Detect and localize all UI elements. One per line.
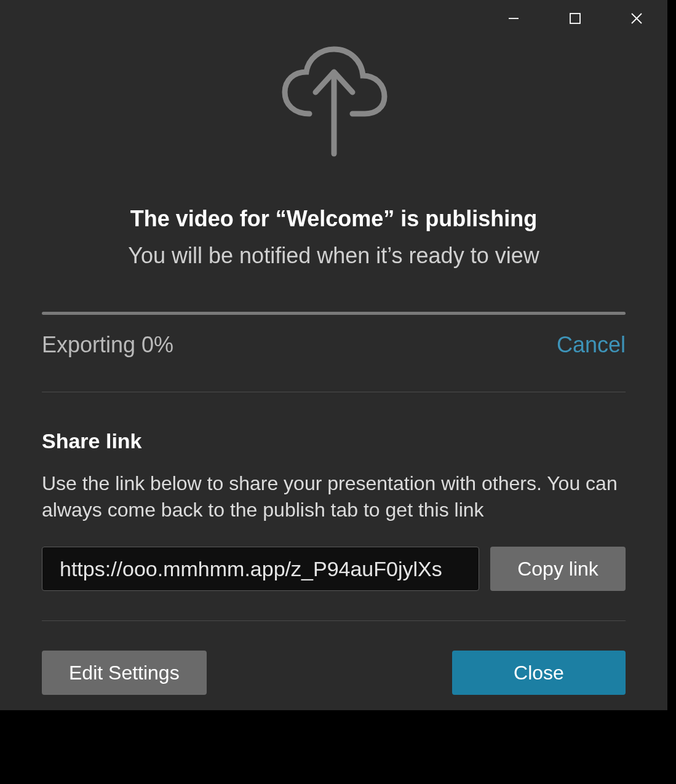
close-window-button[interactable]	[606, 0, 667, 37]
cloud-upload-icon-wrapper	[272, 46, 396, 157]
footer-buttons: Edit Settings Close	[42, 651, 626, 695]
minimize-button[interactable]	[483, 0, 544, 37]
progress-label: Exporting 0%	[42, 332, 173, 358]
minimize-icon	[507, 12, 520, 25]
share-description: Use the link below to share your present…	[42, 470, 626, 523]
maximize-button[interactable]	[544, 0, 606, 37]
copy-link-button[interactable]: Copy link	[490, 547, 626, 591]
progress-row: Exporting 0% Cancel	[42, 332, 626, 358]
share-link-row: Copy link	[42, 547, 626, 591]
progress-bar	[42, 312, 626, 315]
window-bottom-edge	[0, 710, 676, 784]
svg-rect-1	[570, 14, 580, 23]
close-icon	[630, 12, 643, 25]
window-controls	[483, 0, 667, 37]
dialog-content: The video for “Welcome” is publishing Yo…	[0, 0, 667, 695]
share-link-input[interactable]	[42, 547, 479, 591]
cancel-link[interactable]: Cancel	[557, 332, 626, 358]
share-heading: Share link	[42, 429, 626, 453]
maximize-icon	[569, 12, 581, 25]
edit-settings-button[interactable]: Edit Settings	[42, 651, 207, 695]
section-divider	[42, 392, 626, 392]
cloud-upload-icon	[272, 46, 396, 157]
window-right-edge	[667, 0, 676, 784]
dialog-title: The video for “Welcome” is publishing	[130, 206, 537, 232]
dialog-panel: The video for “Welcome” is publishing Yo…	[0, 0, 667, 710]
dialog-subtitle: You will be notified when it’s ready to …	[128, 243, 539, 269]
share-section: Share link Use the link below to share y…	[42, 429, 626, 695]
section-divider-2	[42, 620, 626, 621]
close-button[interactable]: Close	[452, 651, 626, 695]
